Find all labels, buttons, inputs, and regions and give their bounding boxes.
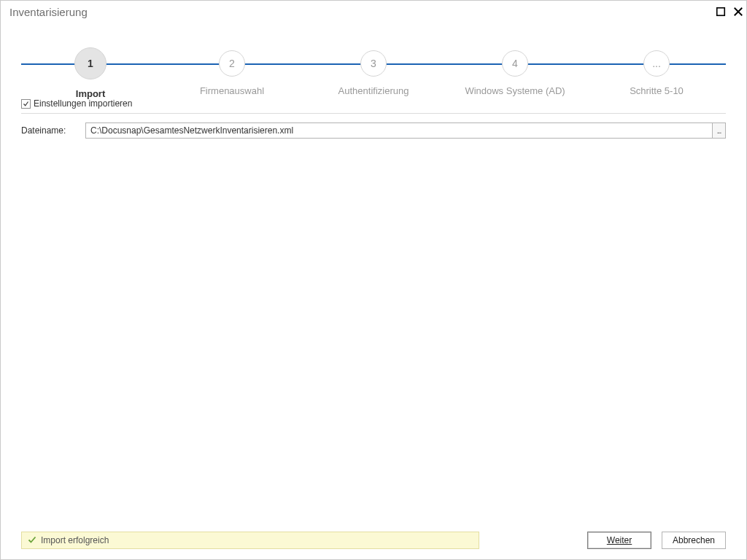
close-icon[interactable] — [733, 7, 743, 17]
step-circle: 4 — [502, 50, 528, 77]
checkbox-icon[interactable] — [21, 99, 31, 109]
window-title: Inventarisierung — [9, 6, 716, 18]
status-bar: Import erfolgreich — [21, 532, 479, 549]
step-authentifizierung[interactable]: 3 Authentifizierung — [304, 42, 443, 99]
file-path-input[interactable] — [86, 123, 712, 138]
step-label: Firmenauswahl — [200, 85, 264, 96]
step-more[interactable]: ... Schritte 5-10 — [587, 42, 726, 99]
step-circle: 1 — [74, 47, 107, 79]
window-controls — [716, 7, 743, 17]
wizard-window: Inventarisierung 1 Import 2 Firmenauswah… — [0, 0, 747, 560]
file-row: Dateiname: ... — [21, 122, 726, 139]
titlebar: Inventarisierung — [1, 1, 746, 23]
step-circle: 2 — [219, 50, 245, 77]
check-icon — [28, 535, 36, 546]
next-button[interactable]: Weiter — [587, 532, 651, 549]
step-firmenauswahl[interactable]: 2 Firmenauswahl — [163, 42, 301, 99]
step-circle: ... — [643, 50, 670, 77]
cancel-button[interactable]: Abbrechen — [662, 532, 726, 549]
step-label: Import — [76, 88, 105, 99]
step-windows-systeme[interactable]: 4 Windows Systeme (AD) — [446, 42, 584, 99]
step-label: Schritte 5-10 — [630, 85, 684, 96]
status-text: Import erfolgreich — [41, 535, 109, 545]
maximize-icon[interactable] — [716, 7, 726, 17]
footer: Import erfolgreich Weiter Abbrechen — [1, 524, 746, 559]
import-settings-toggle[interactable]: Einstellungen importieren — [21, 98, 726, 114]
step-circle: 3 — [360, 50, 387, 77]
step-label: Windows Systeme (AD) — [465, 85, 565, 96]
browse-button[interactable]: ... — [712, 123, 725, 138]
import-settings-label: Einstellungen importieren — [34, 98, 132, 109]
file-label: Dateiname: — [21, 125, 78, 136]
stepper: 1 Import 2 Firmenauswahl 3 Authentifizie… — [1, 23, 746, 94]
step-label: Authentifizierung — [338, 85, 409, 96]
file-input-wrapper: ... — [85, 122, 726, 139]
wizard-body: Einstellungen importieren Dateiname: ... — [1, 94, 746, 524]
step-import[interactable]: 1 Import — [21, 42, 160, 99]
svg-rect-0 — [717, 8, 725, 16]
